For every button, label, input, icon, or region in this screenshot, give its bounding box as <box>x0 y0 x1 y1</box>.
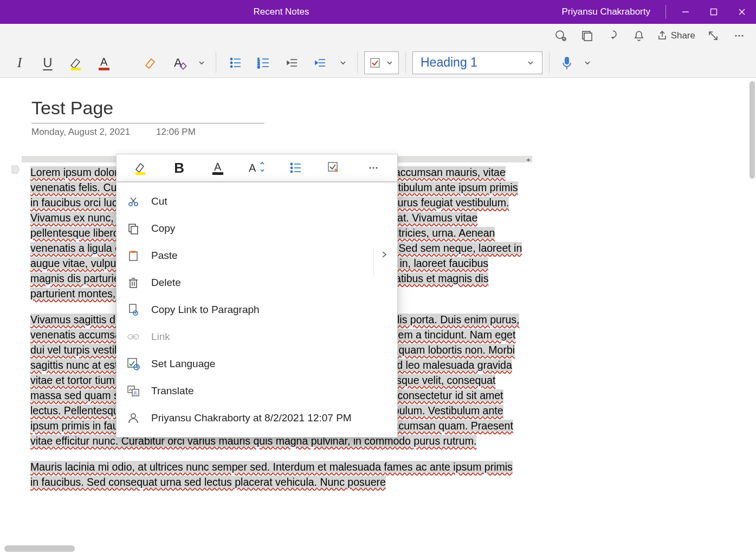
context-set-language[interactable]: Set Language <box>117 350 397 377</box>
copy-icon <box>126 223 140 234</box>
context-paste-label: Paste <box>151 250 178 262</box>
translate-icon: Aあ <box>126 385 140 397</box>
chevron-right-icon <box>381 250 387 262</box>
context-author-label: Priyansu Chakraborty at 8/2/2021 12:07 P… <box>151 412 352 424</box>
svg-point-9 <box>735 35 736 36</box>
svg-point-49 <box>369 167 371 168</box>
context-translate-label: Translate <box>151 385 194 397</box>
svg-point-42 <box>290 163 292 165</box>
bullets-button[interactable] <box>223 50 249 76</box>
todo-tag-dropdown[interactable] <box>383 60 396 66</box>
copy-link-icon <box>126 303 140 316</box>
window-title: Recent Notes <box>254 6 309 17</box>
mini-bold-button[interactable]: B <box>166 160 193 177</box>
indent-button[interactable] <box>307 50 333 76</box>
minimize-button[interactable] <box>671 0 700 24</box>
paragraph-marker-icon[interactable] <box>10 164 21 175</box>
fullscreen-button[interactable] <box>702 25 725 47</box>
font-color-button[interactable]: A <box>91 50 117 76</box>
svg-point-4 <box>556 31 564 38</box>
svg-point-21 <box>230 66 232 67</box>
paragraph-group-dropdown[interactable] <box>335 59 351 67</box>
italic-button[interactable]: I <box>7 50 33 76</box>
svg-rect-40 <box>212 172 223 175</box>
svg-rect-14 <box>99 68 109 70</box>
svg-rect-60 <box>130 280 137 288</box>
svg-rect-7 <box>584 33 592 41</box>
svg-point-10 <box>738 35 740 36</box>
context-copy-link[interactable]: Copy Link to Paragraph <box>117 296 397 323</box>
svg-text:A: A <box>214 161 222 173</box>
horizontal-scrollbar[interactable] <box>4 545 75 552</box>
person-icon <box>126 412 140 424</box>
svg-point-46 <box>290 171 292 172</box>
vertical-scrollbar[interactable] <box>749 81 755 179</box>
mini-font-color-button[interactable]: A <box>204 160 231 176</box>
context-set-language-label: Set Language <box>151 358 215 370</box>
todo-checkbox-icon <box>367 55 383 71</box>
more-options-button[interactable] <box>728 25 751 47</box>
svg-point-19 <box>230 62 232 63</box>
numbering-button[interactable]: 123 <box>251 50 277 76</box>
svg-rect-70 <box>128 359 137 367</box>
mini-todo-button[interactable] <box>321 161 348 175</box>
context-paste[interactable]: Paste <box>117 242 397 269</box>
context-link: Link <box>117 323 397 350</box>
svg-text:A: A <box>249 162 256 174</box>
context-copy[interactable]: Copy <box>117 215 397 242</box>
outdent-button[interactable] <box>279 50 305 76</box>
resize-handle-icon[interactable]: ◂▸ <box>526 157 529 162</box>
svg-rect-36 <box>565 57 569 64</box>
dictate-dropdown[interactable] <box>580 59 595 67</box>
notifications-icon[interactable] <box>628 25 650 47</box>
language-icon <box>126 357 140 370</box>
share-button[interactable]: Share <box>654 30 699 41</box>
heading-style-dropdown[interactable]: Heading 1 <box>412 51 542 74</box>
context-copy-label: Copy <box>151 223 175 234</box>
svg-text:A: A <box>100 56 108 68</box>
paste-icon <box>126 250 140 262</box>
mini-toolbar: B A A <box>116 154 398 182</box>
svg-text:A: A <box>129 387 132 392</box>
svg-point-44 <box>290 167 292 168</box>
highlight-button[interactable] <box>63 50 89 76</box>
command-strip: Share <box>0 24 756 48</box>
context-cut[interactable]: Cut <box>117 188 397 215</box>
svg-point-66 <box>133 311 138 315</box>
page-title[interactable]: Test Page <box>31 97 264 119</box>
context-copy-link-label: Copy Link to Paragraph <box>151 304 260 316</box>
mini-more-button[interactable] <box>360 162 387 174</box>
context-translate[interactable]: Aあ Translate <box>117 377 397 405</box>
trash-icon <box>126 277 140 289</box>
body-paragraph-3[interactable]: Mauris lacinia mi odio, at ultrices nunc… <box>30 461 513 488</box>
context-delete-label: Delete <box>151 277 181 289</box>
tell-me-icon[interactable] <box>602 25 624 47</box>
styles-button[interactable]: A <box>166 50 192 76</box>
clear-formatting-button[interactable] <box>138 50 164 76</box>
title-bar: Recent Notes Priyansu Chakraborty <box>0 0 756 24</box>
svg-point-77 <box>131 414 135 418</box>
todo-tag-button[interactable] <box>364 51 399 74</box>
svg-text:あ: あ <box>133 390 138 395</box>
page-title-block[interactable]: Test Page <box>31 97 264 123</box>
ribbon-separator <box>357 53 358 73</box>
maximize-button[interactable] <box>700 0 728 24</box>
svg-point-51 <box>376 167 377 168</box>
open-navigation-icon[interactable] <box>576 25 598 47</box>
close-button[interactable] <box>728 0 756 24</box>
user-name[interactable]: Priyansu Chakraborty <box>562 6 660 17</box>
context-author-info[interactable]: Priyansu Chakraborty at 8/2/2021 12:07 P… <box>117 405 397 432</box>
mini-bullets-button[interactable] <box>282 161 309 175</box>
dictate-button[interactable] <box>556 55 578 70</box>
context-delete[interactable]: Delete <box>117 269 397 296</box>
mini-highlight-button[interactable] <box>127 160 154 176</box>
underline-button[interactable]: U <box>35 50 61 76</box>
svg-point-11 <box>741 35 743 36</box>
sync-status-icon[interactable] <box>550 25 572 47</box>
mini-font-size-button[interactable]: A <box>243 160 270 176</box>
ribbon-separator <box>549 53 550 73</box>
font-group-dropdown[interactable] <box>194 59 209 67</box>
ribbon: I U A A 123 Heading 1 <box>0 48 756 78</box>
svg-point-17 <box>230 58 232 60</box>
svg-rect-58 <box>130 252 137 260</box>
